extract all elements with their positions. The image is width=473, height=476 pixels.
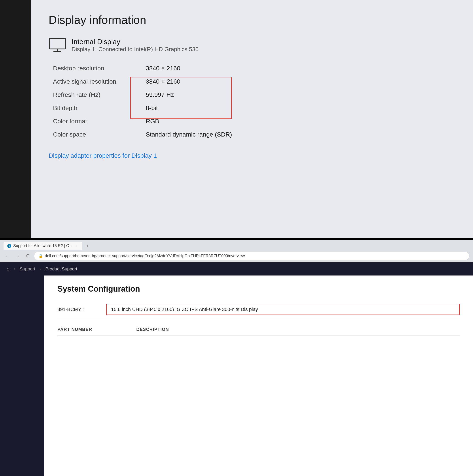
row-value: 8-bit xyxy=(141,102,455,115)
row-label: Active signal resolution xyxy=(49,75,141,88)
table-row: Color spaceStandard dynamic range (SDR) xyxy=(49,128,455,141)
page-content: ⌂ › Support › Product Support System Con… xyxy=(0,262,473,476)
column-header: PART NUMBER xyxy=(57,327,92,332)
new-tab-button[interactable]: + xyxy=(84,242,92,250)
section-title: System Configuration xyxy=(57,284,460,294)
display-info-content: Display information Internal Display Dis… xyxy=(31,0,473,172)
left-sidebar xyxy=(0,275,44,476)
table-headers: PART NUMBERDESCRIPTION xyxy=(57,327,169,332)
display-header-text: Internal Display Display 1: Connected to… xyxy=(72,38,199,53)
lock-icon: 🔒 xyxy=(39,254,43,258)
back-button[interactable]: ← xyxy=(3,252,12,260)
forward-button[interactable]: → xyxy=(14,252,22,260)
section-divider xyxy=(0,238,473,240)
browser-tab[interactable]: D Support for Alienware 15 R2 | O... × xyxy=(3,242,82,250)
browser-chrome: D Support for Alienware 15 R2 | O... × +… xyxy=(0,240,473,262)
dell-favicon: D xyxy=(7,244,12,248)
row-label: Color format xyxy=(49,115,141,128)
table-row: Bit depth8-bit xyxy=(49,102,455,115)
row-value: RGB xyxy=(141,115,455,128)
tab-bar: D Support for Alienware 15 R2 | O... × + xyxy=(0,240,473,250)
page-body: System Configuration 391-BCMY : 15.6 inc… xyxy=(44,275,473,476)
monitor-icon xyxy=(49,37,66,53)
display-name: Internal Display xyxy=(72,38,199,46)
address-bar-row: ← → C 🔒 dell.com/support/home/en-bg/prod… xyxy=(0,250,473,262)
address-text: dell.com/support/home/en-bg/product-supp… xyxy=(45,254,245,258)
row-label: Color space xyxy=(49,128,141,141)
nav-separator-1: › xyxy=(14,267,15,271)
row-value: 3840 × 2160 xyxy=(141,75,455,88)
page-main: System Configuration 391-BCMY : 15.6 inc… xyxy=(0,275,473,476)
config-row: 391-BCMY : 15.6 inch UHD (3840 x 2160) I… xyxy=(57,300,460,319)
adapter-link[interactable]: Display adapter properties for Display 1 xyxy=(49,152,157,159)
config-table-header: PART NUMBERDESCRIPTION xyxy=(57,323,460,336)
tab-close-button[interactable]: × xyxy=(74,244,79,248)
nav-separator-2: › xyxy=(39,267,41,271)
row-label: Bit depth xyxy=(49,102,141,115)
row-value: Standard dynamic range (SDR) xyxy=(141,128,455,141)
breadcrumb-product-support[interactable]: Product Support xyxy=(45,266,77,272)
row-value: 3840 × 2160 xyxy=(141,62,455,75)
page-title: Display information xyxy=(49,13,455,26)
svg-text:D: D xyxy=(8,245,10,247)
part-description: 15.6 inch UHD (3840 x 2160) IG ZO IPS An… xyxy=(106,304,460,315)
dark-left-bar xyxy=(0,0,31,238)
breadcrumb-support[interactable]: Support xyxy=(20,266,35,272)
table-row: Desktop resolution3840 × 2160 xyxy=(49,62,455,75)
address-bar[interactable]: 🔒 dell.com/support/home/en-bg/product-su… xyxy=(34,252,470,260)
table-row: Refresh rate (Hz)59.997 Hz xyxy=(49,88,455,102)
row-label: Desktop resolution xyxy=(49,62,141,75)
refresh-button[interactable]: C xyxy=(24,252,32,260)
display-subtitle: Display 1: Connected to Intel(R) HD Grap… xyxy=(72,46,199,53)
row-value: 59.997 Hz xyxy=(141,88,455,102)
table-row: Active signal resolution3840 × 2160 xyxy=(49,75,455,88)
display-header: Internal Display Display 1: Connected to… xyxy=(49,37,455,53)
home-icon[interactable]: ⌂ xyxy=(7,266,10,272)
bottom-section: D Support for Alienware 15 R2 | O... × +… xyxy=(0,240,473,476)
dell-nav: ⌂ › Support › Product Support xyxy=(0,262,473,275)
row-label: Refresh rate (Hz) xyxy=(49,88,141,102)
part-number: 391-BCMY : xyxy=(57,306,102,312)
svg-rect-0 xyxy=(50,38,65,49)
tab-label: Support for Alienware 15 R2 | O... xyxy=(13,243,73,248)
top-section: Display information Internal Display Dis… xyxy=(0,0,473,238)
table-row: Color formatRGB xyxy=(49,115,455,128)
column-header: DESCRIPTION xyxy=(136,327,169,332)
info-table: Desktop resolution3840 × 2160Active sign… xyxy=(49,62,455,141)
